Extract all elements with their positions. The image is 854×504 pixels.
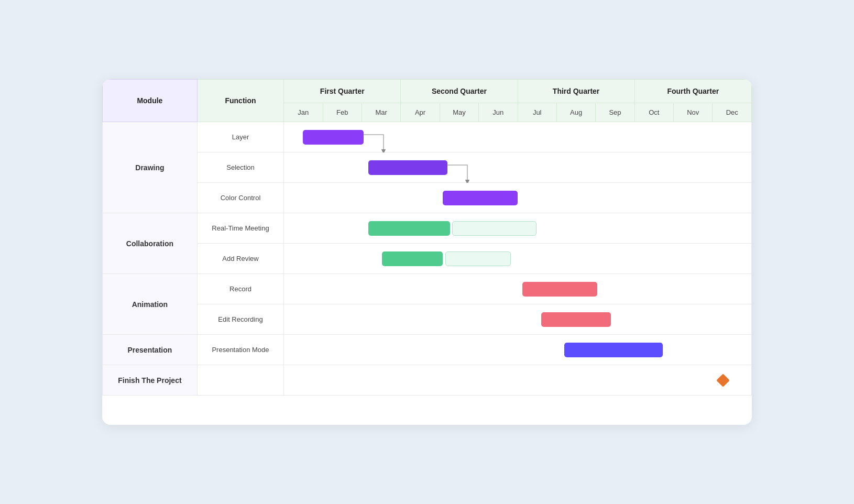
month-nov: Nov <box>674 103 713 122</box>
month-jun: Jun <box>479 103 518 122</box>
q4-header: Fourth Quarter <box>634 80 751 103</box>
bar-presentation <box>564 343 662 357</box>
function-selection: Selection <box>197 152 283 183</box>
timeline-layer <box>284 122 752 152</box>
module-collaboration: Collaboration <box>103 213 198 274</box>
table-row: Collaboration Real-Time Meeting <box>103 213 752 244</box>
month-aug: Aug <box>556 103 595 122</box>
bar-edit-recording <box>541 312 611 327</box>
function-record: Record <box>197 274 283 304</box>
q2-header: Second Quarter <box>401 80 518 103</box>
table-row: Drawing Layer <box>103 122 752 152</box>
module-presentation: Presentation <box>103 335 198 365</box>
table-row: Color Control <box>103 183 752 213</box>
timeline-presentation <box>284 335 752 365</box>
timeline-selection <box>284 152 752 183</box>
function-color-control: Color Control <box>197 183 283 213</box>
function-add-review: Add Review <box>197 244 283 274</box>
function-presentation-mode: Presentation Mode <box>197 335 283 365</box>
bar-addreview-green <box>382 251 443 266</box>
gantt-table: Module Function First Quarter Second Qua… <box>102 79 752 396</box>
bar-realtime-green <box>368 221 450 236</box>
function-realtime-meeting: Real-Time Meeting <box>197 213 283 244</box>
milestone-diamond <box>717 374 730 387</box>
month-jan: Jan <box>284 103 323 122</box>
q1-header: First Quarter <box>284 80 401 103</box>
bar-record <box>522 282 597 297</box>
module-animation: Animation <box>103 274 198 335</box>
bar-layer <box>303 130 364 145</box>
month-dec: Dec <box>713 103 752 122</box>
module-drawing: Drawing <box>103 122 198 213</box>
timeline-edit-recording <box>284 304 752 335</box>
function-layer: Layer <box>197 122 283 152</box>
arrow-selection <box>447 160 479 183</box>
module-finish: Finish The Project <box>103 365 198 396</box>
bar-realtime-light <box>452 221 537 236</box>
table-row: Selection <box>103 152 752 183</box>
gantt-chart: Module Function First Quarter Second Qua… <box>102 79 752 425</box>
timeline-color-control <box>284 183 752 213</box>
month-jul: Jul <box>518 103 556 122</box>
timeline-realtime-meeting <box>284 213 752 244</box>
function-finish <box>197 365 283 396</box>
month-may: May <box>440 103 478 122</box>
module-header: Module <box>103 80 198 122</box>
bar-addreview-light <box>445 251 511 266</box>
table-row: Add Review <box>103 244 752 274</box>
q3-header: Third Quarter <box>518 80 634 103</box>
arrow-layer <box>364 129 395 152</box>
month-sep: Sep <box>596 103 634 122</box>
table-row: Presentation Presentation Mode <box>103 335 752 365</box>
table-row: Animation Record <box>103 274 752 304</box>
function-header: Function <box>197 80 283 122</box>
bar-color-control <box>443 191 518 205</box>
month-oct: Oct <box>634 103 673 122</box>
timeline-record <box>284 274 752 304</box>
month-mar: Mar <box>362 103 400 122</box>
table-row: Edit Recording <box>103 304 752 335</box>
function-edit-recording: Edit Recording <box>197 304 283 335</box>
timeline-add-review <box>284 244 752 274</box>
month-feb: Feb <box>323 103 362 122</box>
bar-selection <box>368 160 448 175</box>
table-row: Finish The Project <box>103 365 752 396</box>
timeline-finish <box>284 365 752 396</box>
month-apr: Apr <box>401 103 440 122</box>
